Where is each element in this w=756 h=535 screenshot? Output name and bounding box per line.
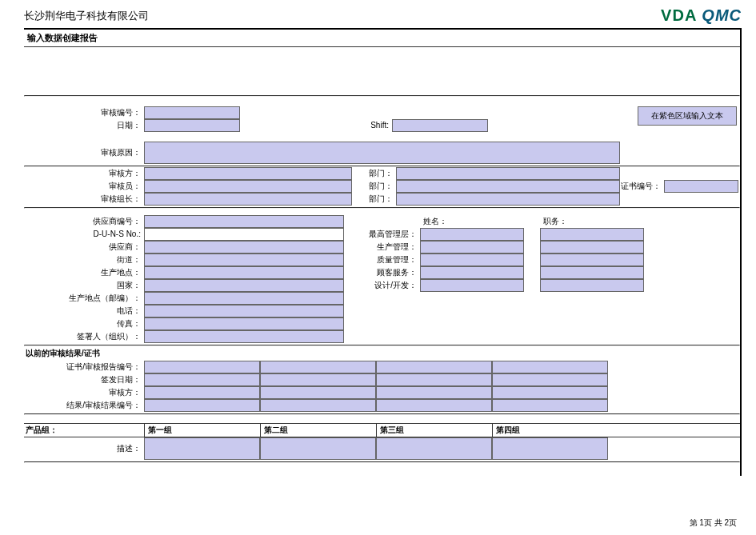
label-cert-no: 证书编号： [620,180,664,193]
field-audby-4[interactable] [492,386,608,399]
label-cust-service: 顾客服务： [360,266,420,279]
field-issue-2[interactable] [260,373,376,386]
field-dept-2[interactable] [396,180,620,193]
label-audited-by: 审核方： [24,386,144,399]
field-cert-rep-4[interactable] [492,361,608,373]
field-top-mgmt-name[interactable] [420,228,524,241]
field-phone[interactable] [144,305,344,317]
audit-id-block: 审核编号： 在紫色区域输入文本 日期： Shift: [24,106,740,132]
field-fax[interactable] [144,317,344,330]
page-title: 输入数据创建报告 [24,30,740,47]
label-audit-party: 审核方： [24,167,144,180]
label-prod-site-zip: 生产地点（邮编）： [24,292,144,305]
col-header-title: 职务： [540,215,644,228]
field-street[interactable] [144,254,344,266]
vda-logo: VDA [661,6,697,25]
field-issue-1[interactable] [144,373,260,386]
field-prod-mgmt-title[interactable] [540,241,644,254]
label-prod-mgmt: 生产管理： [360,241,420,254]
label-country: 国家： [24,279,144,292]
divider-6 [24,461,740,463]
label-dept-3: 部门： [352,193,396,206]
label-product-group: 产品组： [24,424,144,437]
field-desc-2[interactable] [260,437,376,460]
field-cert-rep-2[interactable] [260,361,376,373]
label-date: 日期： [24,119,144,132]
label-audit-no: 审核编号： [24,106,144,119]
field-audby-3[interactable] [376,386,492,399]
hint-box: 在紫色区域输入文本 [638,106,737,126]
field-dept-3[interactable] [396,193,620,206]
supplier-column: 供应商编号： D-U-N-S No.: 供应商： 街道： 生产地点： [24,215,360,343]
label-shift: Shift: [352,119,392,132]
field-issue-3[interactable] [376,373,492,386]
qmc-logo: QMC [702,6,742,25]
field-shift[interactable] [392,119,488,132]
field-country[interactable] [144,279,344,292]
field-quality-mgmt-title[interactable] [540,254,644,266]
field-supplier-no[interactable] [144,215,344,228]
field-res-2[interactable] [260,399,376,412]
label-design-dev: 设计/开发： [360,279,420,292]
contacts-column: 姓名： 职务： 最高管理层： 生产管理： 质量管理： [360,215,740,343]
supplier-contacts-block: 供应商编号： D-U-N-S No.: 供应商： 街道： 生产地点： [24,215,740,343]
label-issue-date: 签发日期： [24,373,144,386]
field-design-dev-title[interactable] [540,279,644,292]
field-signer-org[interactable] [144,330,344,343]
label-quality-mgmt: 质量管理： [360,254,420,266]
label-signer-org: 签署人（组织）： [24,330,144,343]
label-result-no: 结果/审核结果编号： [24,399,144,412]
field-quality-mgmt-name[interactable] [420,254,524,266]
field-prod-site-zip[interactable] [144,292,344,305]
field-cust-service-name[interactable] [420,266,524,279]
field-desc-4[interactable] [492,437,608,460]
prev-section-title: 以前的审核结果/证书 [24,346,740,361]
label-cert-report-no: 证书/审核报告编号： [24,361,144,373]
col-group3: 第三组 [376,424,492,437]
field-auditor[interactable] [144,180,352,193]
label-description: 描述： [24,437,144,460]
field-cert-rep-1[interactable] [144,361,260,373]
field-audit-party[interactable] [144,167,352,180]
label-duns: D-U-N-S No.: [24,228,144,241]
field-desc-3[interactable] [376,437,492,460]
label-fax: 传真： [24,317,144,330]
field-prod-site[interactable] [144,266,344,279]
field-duns[interactable] [144,228,344,241]
field-top-mgmt-title[interactable] [540,228,644,241]
field-cert-no[interactable] [664,180,738,193]
report-frame: 输入数据创建报告 审核编号： 在紫色区域输入文本 日期： Shift: [24,28,742,476]
logo-block: VDA QMC [661,6,742,25]
label-auditor: 审核员： [24,180,144,193]
field-design-dev-name[interactable] [420,279,524,292]
field-cust-service-title[interactable] [540,266,644,279]
blank-area [24,47,740,95]
label-dept-1: 部门： [352,167,396,180]
field-desc-1[interactable] [144,437,260,460]
field-audit-reason[interactable] [144,142,620,164]
field-res-3[interactable] [376,399,492,412]
field-issue-4[interactable] [492,373,608,386]
field-dept-1[interactable] [396,167,620,180]
page-header: 长沙荆华电子科技有限公司 VDA QMC [0,0,756,26]
label-dept-2: 部门： [352,180,396,193]
company-name: 长沙荆华电子科技有限公司 [24,9,149,23]
label-top-mgmt: 最高管理层： [360,228,420,241]
field-prod-mgmt-name[interactable] [420,241,524,254]
field-date[interactable] [144,119,240,132]
label-phone: 电话： [24,305,144,317]
field-team-leader[interactable] [144,193,352,206]
field-audby-2[interactable] [260,386,376,399]
field-res-4[interactable] [492,399,608,412]
col-group1: 第一组 [144,424,260,437]
field-res-1[interactable] [144,399,260,412]
field-audby-1[interactable] [144,386,260,399]
field-supplier[interactable] [144,241,344,254]
field-audit-no[interactable] [144,106,240,119]
col-header-name: 姓名： [420,215,524,228]
page-footer: 第 1页 共 2页 [690,517,737,529]
label-prod-site: 生产地点： [24,266,144,279]
col-group4: 第四组 [492,424,608,437]
field-cert-rep-3[interactable] [376,361,492,373]
page: 长沙荆华电子科技有限公司 VDA QMC 输入数据创建报告 审核编号： 在紫色区… [0,0,756,535]
